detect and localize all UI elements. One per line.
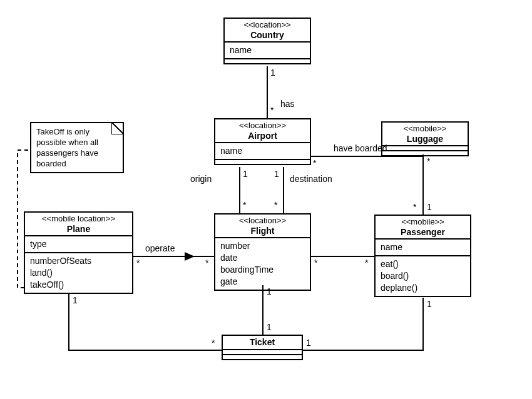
mult-haveboarded-airport: *	[313, 158, 316, 168]
ops-section: numberOfSeats land() takeOff()	[25, 253, 132, 293]
mult-flight-passenger-passenger: *	[365, 258, 368, 268]
op: land()	[30, 267, 127, 279]
mult-destination-near: 1	[274, 169, 279, 179]
class-country-header: <<location>> Country	[225, 19, 310, 43]
class-ticket-header: Ticket	[223, 336, 302, 350]
ops-section	[215, 160, 310, 164]
stereotype-label: <<location>>	[228, 20, 306, 30]
op: takeOff()	[30, 279, 127, 291]
assoc-origin-label: origin	[190, 174, 212, 184]
class-name: Luggage	[407, 134, 443, 144]
stereotype-label: <<mobile location>>	[29, 214, 128, 224]
mult-plane-ticket-plane: 1	[73, 295, 78, 305]
mult-country-end: 1	[270, 68, 275, 78]
op: board()	[381, 270, 465, 282]
op: numberOfSeats	[30, 255, 127, 267]
mult-flight-passenger-flight: *	[314, 258, 317, 268]
mult-flight-ticket-flight: 1	[267, 286, 272, 296]
mult-origin-far: *	[243, 200, 246, 210]
mult-luggage-end: *	[427, 156, 430, 166]
attrs-section	[382, 146, 468, 151]
class-airport-header: <<location>> Airport	[215, 119, 310, 143]
attrs-section: number date boardingTime gate	[215, 238, 310, 290]
class-country: <<location>> Country name	[223, 18, 311, 64]
ops-section	[382, 151, 468, 155]
class-name: Passenger	[401, 227, 445, 237]
op: deplane()	[381, 282, 465, 294]
class-airport: <<location>> Airport name	[214, 118, 311, 165]
ops-section: eat() board() deplane()	[376, 256, 470, 296]
class-passenger-header: <<mobile>> Passenger	[376, 216, 470, 240]
attr: name	[381, 241, 465, 253]
ops-section	[225, 59, 310, 63]
assoc-haveboarded-label: have boarded	[334, 143, 387, 153]
note-text: TakeOff is only possible when all passen…	[36, 127, 98, 168]
mult-haveboarded-passenger: *	[413, 202, 416, 212]
class-flight-header: <<location>> Flight	[215, 215, 310, 238]
class-name: Flight	[250, 226, 274, 236]
ops-section	[223, 355, 302, 359]
attr: number	[220, 240, 305, 252]
attr: boardingTime	[220, 264, 305, 276]
attr: name	[220, 145, 305, 157]
attrs-section	[223, 350, 302, 355]
stereotype-label: <<location>>	[219, 121, 306, 131]
class-plane-header: <<mobile location>> Plane	[25, 213, 132, 236]
class-luggage: <<mobile>> Luggage	[381, 121, 469, 156]
class-luggage-header: <<mobile>> Luggage	[382, 123, 468, 146]
attrs-section: name	[376, 240, 470, 256]
class-name: Country	[250, 30, 284, 40]
attrs-section: name	[225, 43, 310, 59]
mult-operate-flight: *	[205, 258, 208, 268]
attr: name	[230, 44, 305, 56]
class-ticket: Ticket	[222, 335, 303, 360]
class-name: Plane	[67, 224, 90, 234]
attr: type	[30, 238, 127, 250]
mult-passenger-luggage-end: 1	[427, 202, 432, 212]
note-fold-icon	[111, 122, 124, 134]
constraint-note: TakeOff is only possible when all passen…	[30, 122, 124, 173]
mult-origin-near: 1	[243, 169, 248, 179]
assoc-destination-label: destination	[290, 174, 332, 184]
stereotype-label: <<location>>	[219, 216, 306, 226]
mult-destination-far: *	[274, 200, 277, 210]
attrs-section: type	[25, 236, 132, 253]
assoc-has-label: has	[280, 99, 295, 109]
mult-plane-ticket-ticket: *	[212, 338, 215, 348]
mult-flight-ticket-ticket: 1	[267, 322, 272, 332]
class-passenger: <<mobile>> Passenger name eat() board() …	[374, 215, 471, 297]
class-name: Ticket	[250, 337, 275, 347]
attr: date	[220, 252, 305, 264]
assoc-operate-label: operate	[145, 243, 175, 253]
class-flight: <<location>> Flight number date boarding…	[214, 213, 311, 291]
class-name: Airport	[248, 131, 277, 141]
op: eat()	[381, 258, 465, 270]
attrs-section: name	[215, 143, 310, 160]
class-plane: <<mobile location>> Plane type numberOfS…	[24, 211, 133, 294]
stereotype-label: <<mobile>>	[386, 124, 464, 134]
mult-passenger-ticket-passenger: 1	[427, 299, 432, 309]
mult-operate-plane: *	[136, 258, 140, 268]
svg-marker-7	[185, 252, 195, 261]
mult-passenger-ticket-ticket: 1	[306, 338, 311, 348]
stereotype-label: <<mobile>>	[379, 217, 466, 227]
attr: gate	[220, 276, 305, 288]
mult-airport-end-has: *	[270, 105, 274, 115]
